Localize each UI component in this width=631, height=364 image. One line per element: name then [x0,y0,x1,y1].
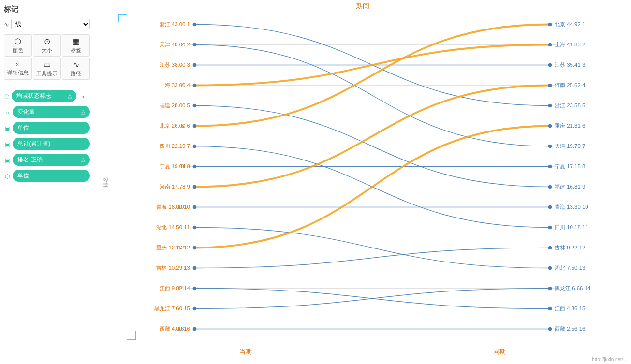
svg-text:湖北 14.50 11: 湖北 14.50 11 [156,224,190,230]
color-label: 颜色 [13,47,23,54]
svg-point-32 [193,185,197,189]
detail-button[interactable]: ⁙ 详细信息 [4,58,32,80]
ring-icon-1: ○ [4,109,11,116]
delta-icon-0: △ [68,93,72,99]
delta-icon-4: △ [81,157,85,163]
svg-point-46 [193,327,197,331]
svg-point-50 [548,43,552,47]
svg-point-76 [548,307,552,311]
delta-icon-1: △ [81,109,85,115]
svg-text:上海 33.00 4: 上海 33.00 4 [160,82,191,88]
svg-text:上海 41.83 2: 上海 41.83 2 [555,42,585,47]
rank-label: 排名-正确 [17,156,43,164]
x-label-current: 当期 [239,348,252,356]
unit-btn-2[interactable]: 单位 [13,170,90,182]
bump-chart-svg: 246810121416浙江 43.00 1天津 40.00 2江苏 38.00… [118,14,626,340]
total-btn[interactable]: 总计(累计值) [13,138,90,150]
svg-text:西藏 4.00 16: 西藏 4.00 16 [160,326,190,332]
detail-label: 详细信息 [7,69,29,76]
svg-text:天津 19.70 7: 天津 19.70 7 [555,143,585,149]
size-icon: ⊙ [44,37,50,46]
svg-text:江西 4.86 15: 江西 4.86 15 [555,306,585,311]
unit-label-1: 单位 [17,124,29,132]
color-button[interactable]: ⬡ 颜色 [4,34,32,57]
svg-point-20 [193,63,197,67]
mark-type-select[interactable]: 线 [11,19,90,29]
dots-icon-5: ⬡ [4,173,11,180]
change-btn[interactable]: 变化量 △ [13,106,90,118]
watermark: http://jkxin.net/... [592,357,627,362]
svg-text:天津 40.00 2: 天津 40.00 2 [160,42,190,47]
red-arrow-1: ← [80,91,90,102]
total-label: 总计(累计值) [17,140,50,148]
divider1 [4,86,90,86]
rank-btn[interactable]: 排名-正确 △ [13,154,90,166]
svg-text:四川 22.19 7: 四川 22.19 7 [160,143,190,149]
svg-point-40 [193,266,197,270]
label-icon: ▦ [73,37,80,46]
detail-icon: ⁙ [15,61,20,68]
svg-point-30 [193,165,197,169]
icon-grid: ⬡ 颜色 ⊙ 大小 ▦ 标签 ⁙ 详细信息 ▭ 工具提示 ∿ 路径 [4,34,90,80]
path-button[interactable]: ∿ 路径 [62,58,90,80]
btn-row-4: ▣ 排名-正确 △ [4,154,90,167]
svg-text:江西 9.02 14: 江西 9.02 14 [160,285,191,291]
box-icon-3: ▣ [4,141,11,148]
btn-row-1: ○ 变化量 △ [4,106,90,119]
svg-point-58 [548,124,552,128]
svg-text:吉林 10.29 13: 吉林 10.29 13 [156,265,190,271]
btn-row-5: ⬡ 单位 [4,170,90,183]
increase-status-label: 增减状态标志 [16,92,51,100]
btn-row-2: ▣ 单位 [4,122,90,135]
path-icon: ∿ [73,60,79,69]
sidebar: 标记 ∿ 线 ⬡ 颜色 ⊙ 大小 ▦ 标签 ⁙ 详细信息 ▭ 工具提示 ∿ 路径 [0,0,94,364]
tooltip-label: 工具提示 [36,70,58,77]
svg-text:北京 44.92 1: 北京 44.92 1 [555,21,585,27]
svg-text:西藏 2.56 16: 西藏 2.56 16 [555,326,585,332]
svg-point-64 [548,185,552,189]
svg-point-44 [193,307,197,311]
svg-point-60 [548,145,552,148]
size-button[interactable]: ⊙ 大小 [33,34,61,57]
svg-text:青海 16.00 10: 青海 16.00 10 [156,204,190,210]
tooltip-icon: ▭ [44,60,51,69]
increase-status-btn[interactable]: 增减状态标志 △ [12,90,76,102]
unit-btn-1[interactable]: 单位 [13,122,90,134]
svg-point-52 [548,63,552,67]
dots-icon-0: ⬡ [4,93,10,101]
path-label: 路径 [71,70,81,77]
svg-text:青海 13.30 10: 青海 13.30 10 [555,204,588,210]
svg-point-28 [193,145,197,148]
svg-point-36 [193,226,197,230]
change-label: 变化量 [17,108,35,116]
svg-point-18 [193,43,197,47]
svg-text:河南 25.62 4: 河南 25.62 4 [555,82,586,88]
svg-text:黑龙江 6.66 14: 黑龙江 6.66 14 [555,285,591,291]
box-icon-4: ▣ [4,157,11,164]
svg-point-26 [193,124,197,128]
x-labels: 当期 同期 [118,348,626,356]
color-icon: ⬡ [15,37,21,46]
svg-text:重庆 21.31 6: 重庆 21.31 6 [555,123,585,129]
svg-point-34 [193,205,197,209]
chart-area: 期间 排名 246810121416浙江 43.00 1天津 40.00 2江苏… [94,0,631,364]
btn-row-0: ⬡ 增减状态标志 △ ← [4,90,90,103]
svg-text:河南 17.78 9: 河南 17.78 9 [160,184,190,189]
chart-title: 期间 [94,2,631,11]
svg-text:宁夏 19.04 8: 宁夏 19.04 8 [160,163,190,169]
box-icon-2: ▣ [4,125,11,132]
mark-type-row: ∿ 线 [4,19,90,29]
svg-text:宁夏 17.15 8: 宁夏 17.15 8 [555,163,585,169]
svg-text:江苏 38.00 3: 江苏 38.00 3 [160,62,190,68]
svg-point-62 [548,165,552,169]
btn-row-3: ▣ 总计(累计值) [4,138,90,151]
svg-text:重庆 12.17 12: 重庆 12.17 12 [156,245,190,250]
svg-text:福建 16.81 9: 福建 16.81 9 [555,184,585,189]
svg-point-54 [548,84,552,87]
tooltip-button[interactable]: ▭ 工具提示 [33,58,61,80]
svg-text:四川 10.18 11: 四川 10.18 11 [555,224,588,230]
label-button[interactable]: ▦ 标签 [62,34,90,57]
svg-point-48 [548,23,552,27]
svg-point-78 [548,327,552,331]
y-axis-label: 排名 [102,177,109,188]
